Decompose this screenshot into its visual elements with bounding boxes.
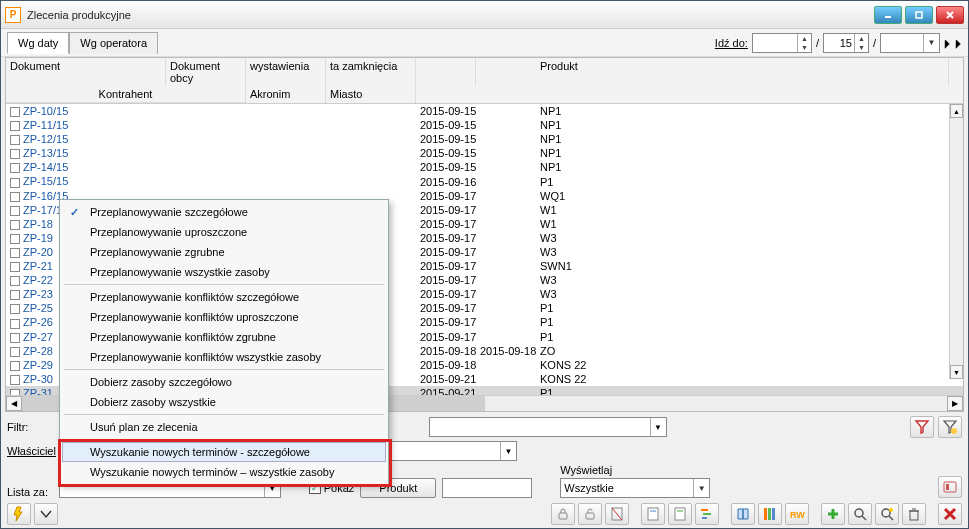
filter-run-icon[interactable] bbox=[910, 416, 934, 438]
maximize-button[interactable] bbox=[905, 6, 933, 24]
svg-point-22 bbox=[855, 509, 863, 517]
wyswietlaj-combo[interactable]: Wszystkie▼ bbox=[560, 478, 710, 498]
svg-text:RW: RW bbox=[790, 510, 805, 520]
svg-rect-6 bbox=[946, 484, 949, 490]
app-window: P Zlecenia produkcyjne Wg daty Wg operat… bbox=[0, 0, 969, 529]
cancel-doc-icon[interactable] bbox=[605, 503, 629, 525]
menu-item[interactable]: Przeplanowywanie wszystkie zasoby bbox=[62, 262, 386, 282]
exit-icon[interactable] bbox=[938, 503, 962, 525]
svg-point-26 bbox=[889, 508, 893, 512]
menu-item[interactable]: Dobierz zasoby szczegółowo bbox=[62, 372, 386, 392]
tab-by-operator[interactable]: Wg operatora bbox=[69, 32, 158, 54]
svg-point-4 bbox=[951, 428, 957, 434]
produkt-input[interactable] bbox=[442, 478, 532, 498]
table-row[interactable]: ZP-15/152015-09-16P1 bbox=[6, 174, 963, 188]
menu-item[interactable]: Przeplanowywanie konfliktów uproszczone bbox=[62, 307, 386, 327]
close-button[interactable] bbox=[936, 6, 964, 24]
tab-by-date[interactable]: Wg daty bbox=[7, 32, 69, 54]
columns-icon[interactable] bbox=[758, 503, 782, 525]
table-row[interactable]: ZP-10/152015-09-15NP1 bbox=[6, 104, 963, 118]
doc2-icon[interactable] bbox=[668, 503, 692, 525]
goto-execute-icon[interactable]: ⏵⏵ bbox=[944, 34, 962, 52]
svg-line-10 bbox=[612, 508, 622, 520]
table-row[interactable]: ZP-12/152015-09-15NP1 bbox=[6, 132, 963, 146]
goto-field-1[interactable]: ▲▼ bbox=[752, 33, 812, 53]
app-icon: P bbox=[5, 7, 21, 23]
filter-label: Filtr: bbox=[7, 421, 55, 433]
view-icon[interactable] bbox=[848, 503, 872, 525]
menu-item[interactable]: Przeplanowywanie zgrubne bbox=[62, 242, 386, 262]
book-icon[interactable] bbox=[731, 503, 755, 525]
table-row[interactable]: ZP-14/152015-09-15NP1 bbox=[6, 160, 963, 174]
wyswietlaj-label: Wyświetlaj bbox=[560, 464, 710, 476]
menu-item[interactable]: Usuń plan ze zlecenia bbox=[62, 417, 386, 437]
lock-icon[interactable] bbox=[551, 503, 575, 525]
menu-item[interactable]: Przeplanowywanie szczegółowe bbox=[62, 202, 386, 222]
titlebar: P Zlecenia produkcyjne bbox=[1, 1, 968, 29]
table-row[interactable]: ZP-13/152015-09-15NP1 bbox=[6, 146, 963, 160]
col-miasto[interactable]: Miasto bbox=[326, 86, 416, 103]
table-row[interactable]: ZP-11/152015-09-15NP1 bbox=[6, 118, 963, 132]
menu-item[interactable]: Przeplanowywanie konfliktów zgrubne bbox=[62, 327, 386, 347]
svg-rect-1 bbox=[916, 12, 922, 18]
svg-line-23 bbox=[862, 516, 866, 520]
svg-rect-17 bbox=[702, 517, 707, 519]
layout-save-icon[interactable] bbox=[938, 476, 962, 498]
svg-rect-8 bbox=[586, 513, 594, 519]
svg-line-25 bbox=[889, 516, 893, 520]
flash-icon[interactable] bbox=[7, 503, 31, 525]
svg-rect-13 bbox=[675, 508, 685, 520]
delete-icon[interactable] bbox=[902, 503, 926, 525]
goto-field-2[interactable]: ▲▼ bbox=[823, 33, 869, 53]
goto-label: Idź do: bbox=[715, 37, 748, 49]
menu-item[interactable]: Przeplanowywanie uproszczone bbox=[62, 222, 386, 242]
flash-dropdown-icon[interactable] bbox=[34, 503, 58, 525]
menu-item[interactable]: Przeplanowywanie konfliktów szczegółowe bbox=[62, 287, 386, 307]
owner-label[interactable]: Właściciel bbox=[7, 445, 55, 457]
add-icon[interactable] bbox=[821, 503, 845, 525]
col-wyst[interactable]: wystawienia bbox=[246, 58, 326, 86]
col-kontrahent[interactable]: Kontrahent bbox=[6, 86, 246, 103]
svg-rect-27 bbox=[910, 511, 918, 520]
menu-item[interactable]: Wyszukanie nowych terminów – wszystkie z… bbox=[62, 462, 386, 482]
svg-rect-18 bbox=[764, 508, 767, 520]
filter-combo[interactable]: ▼ bbox=[429, 417, 667, 437]
goto-field-3[interactable]: ▼ bbox=[880, 33, 940, 53]
filter-edit-icon[interactable] bbox=[938, 416, 962, 438]
window-title: Zlecenia produkcyjne bbox=[27, 9, 874, 21]
tabs-row: Wg daty Wg operatora Idź do: ▲▼ / ▲▼ / ▼… bbox=[1, 29, 968, 57]
menu-item[interactable]: Przeplanowywanie konfliktów wszystkie za… bbox=[62, 347, 386, 367]
col-zamk[interactable]: ta zamknięcia bbox=[326, 58, 416, 86]
edit-icon[interactable] bbox=[875, 503, 899, 525]
col-dokument[interactable]: Dokument bbox=[6, 58, 166, 86]
rw-icon[interactable]: RW bbox=[785, 503, 809, 525]
doc1-icon[interactable] bbox=[641, 503, 665, 525]
col-dokobcy[interactable]: Dokument obcy bbox=[166, 58, 246, 86]
context-menu: Przeplanowywanie szczegółowePrzeplanowyw… bbox=[59, 199, 389, 485]
menu-item[interactable]: Dobierz zasoby wszystkie bbox=[62, 392, 386, 412]
col-produkt[interactable]: Produkt bbox=[536, 58, 949, 86]
svg-rect-5 bbox=[944, 482, 956, 492]
svg-point-24 bbox=[882, 509, 890, 517]
svg-rect-20 bbox=[772, 508, 775, 520]
vertical-scrollbar[interactable]: ▲▼ bbox=[949, 104, 963, 379]
gantt-icon[interactable] bbox=[695, 503, 719, 525]
svg-rect-19 bbox=[768, 508, 771, 520]
bottom-toolbar: RW bbox=[1, 500, 968, 528]
menu-item[interactable]: Wyszukanie nowych terminów - szczegółowe bbox=[62, 442, 386, 462]
svg-rect-11 bbox=[648, 508, 658, 520]
unlock-icon[interactable] bbox=[578, 503, 602, 525]
svg-rect-15 bbox=[701, 509, 708, 511]
svg-rect-7 bbox=[559, 513, 567, 519]
minimize-button[interactable] bbox=[874, 6, 902, 24]
col-akronim[interactable]: Akronim bbox=[246, 86, 326, 103]
svg-rect-16 bbox=[703, 513, 711, 515]
lista-label: Lista za: bbox=[7, 486, 55, 498]
